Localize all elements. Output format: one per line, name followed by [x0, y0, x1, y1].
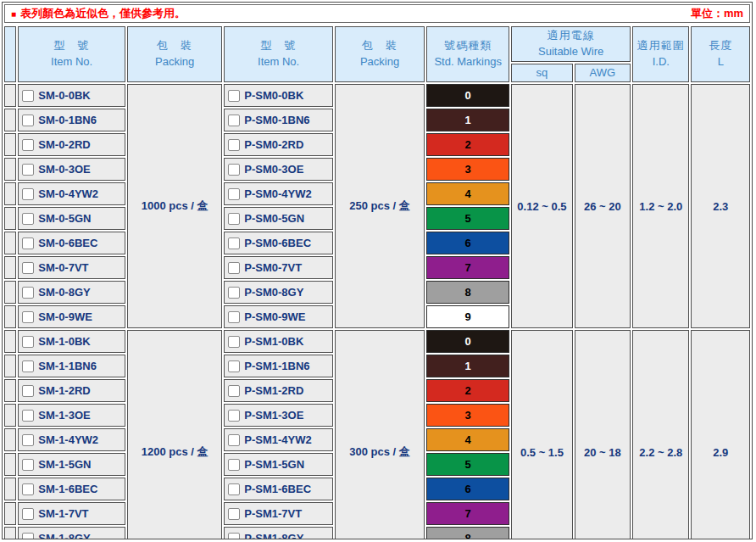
item-checkbox[interactable]	[228, 188, 240, 200]
item-row: P-SM1-6BEC	[225, 483, 332, 495]
item-checkbox[interactable]	[228, 311, 240, 323]
row-spacer-cell	[4, 84, 16, 107]
item-checkbox[interactable]	[22, 336, 34, 348]
header-item-no-2-zh: 型 號	[225, 38, 332, 54]
item-checkbox[interactable]	[22, 90, 34, 102]
item-cell: SM-1-0BK	[18, 330, 125, 353]
item-cell: P-SM1-8GY	[224, 527, 333, 539]
item-label: SM-0-6BEC	[38, 237, 97, 249]
item-checkbox[interactable]	[22, 213, 34, 225]
item-checkbox[interactable]	[228, 434, 240, 446]
item-cell: P-SM1-3OE	[224, 404, 333, 427]
item-label: SM-1-0BK	[38, 335, 90, 348]
header-packing-2: 包 裝 Packing	[335, 26, 425, 82]
item-checkbox[interactable]	[22, 262, 34, 274]
header-id: 適用範圍 I.D.	[632, 26, 689, 82]
header-packing-1-en: Packing	[128, 54, 221, 70]
item-row: SM-1-1BN6	[19, 360, 125, 372]
item-label: P-SM0-3OE	[244, 163, 303, 176]
red-square-icon: ■	[11, 9, 16, 19]
id-range-cell: 2.2 ~ 2.8	[632, 330, 689, 539]
item-checkbox[interactable]	[228, 90, 240, 102]
item-label: P-SM0-0BK	[244, 89, 303, 102]
item-checkbox[interactable]	[228, 139, 240, 151]
marking-swatch: 2	[426, 133, 509, 156]
item-checkbox[interactable]	[22, 410, 34, 422]
item-row: SM-1-2RD	[19, 384, 125, 397]
color-disclaimer-note: ■表列顏色為近似色，僅供參考用。	[11, 6, 186, 21]
header-item-no-1: 型 號 Item No.	[18, 26, 125, 82]
item-checkbox[interactable]	[22, 287, 34, 299]
item-cell: SM-0-3OE	[18, 158, 125, 181]
item-checkbox[interactable]	[22, 237, 34, 249]
item-checkbox[interactable]	[228, 164, 240, 176]
item-row: P-SM0-5GN	[225, 212, 332, 225]
item-checkbox[interactable]	[22, 508, 34, 520]
item-row: P-SM1-1BN6	[225, 360, 332, 372]
header-id-zh: 適用範圍	[633, 38, 688, 54]
item-checkbox[interactable]	[228, 287, 240, 299]
item-checkbox[interactable]	[228, 237, 240, 249]
item-checkbox[interactable]	[22, 434, 34, 446]
item-checkbox[interactable]	[22, 459, 34, 471]
item-row: P-SM0-1BN6	[225, 114, 332, 126]
header-packing-2-en: Packing	[336, 54, 424, 70]
marking-swatch: 3	[426, 404, 509, 427]
header-std-markings-en: Std. Markings	[427, 54, 509, 70]
item-row: SM-0-8GY	[19, 286, 125, 299]
item-row: SM-0-7VT	[19, 261, 125, 274]
item-label: P-SM1-0BK	[244, 335, 303, 348]
item-checkbox[interactable]	[228, 483, 240, 495]
item-checkbox[interactable]	[228, 213, 240, 225]
item-checkbox[interactable]	[22, 311, 34, 323]
item-checkbox[interactable]	[228, 115, 240, 126]
item-checkbox[interactable]	[228, 533, 240, 540]
item-label: P-SM1-5GN	[244, 458, 304, 471]
item-checkbox[interactable]	[228, 410, 240, 422]
item-label: P-SM0-4YW2	[244, 187, 311, 200]
item-cell: P-SM1-2RD	[224, 379, 333, 402]
item-checkbox[interactable]	[22, 139, 34, 151]
item-checkbox[interactable]	[228, 336, 240, 348]
header-item-no-1-zh: 型 號	[19, 38, 125, 54]
header-std-markings: 號碼種類 Std. Markings	[426, 26, 509, 82]
item-checkbox[interactable]	[228, 508, 240, 520]
marking-swatch: 1	[426, 109, 509, 131]
item-checkbox[interactable]	[22, 188, 34, 200]
item-checkbox[interactable]	[22, 360, 34, 372]
item-label: SM-1-1BN6	[38, 360, 97, 372]
item-checkbox[interactable]	[228, 459, 240, 471]
wire-awg-cell: 26 ~ 20	[575, 84, 631, 328]
marking-swatch: 5	[426, 207, 509, 230]
item-checkbox[interactable]	[22, 115, 34, 126]
item-checkbox[interactable]	[22, 483, 34, 495]
row-spacer-cell	[4, 305, 16, 328]
marking-swatch: 8	[426, 527, 509, 539]
item-row: P-SM0-4YW2	[225, 187, 332, 200]
item-checkbox[interactable]	[228, 262, 240, 274]
item-checkbox[interactable]	[228, 360, 240, 372]
item-row: P-SM0-7VT	[225, 261, 332, 274]
item-label: SM-0-4YW2	[38, 187, 98, 200]
page-container: ■表列顏色為近似色，僅供參考用。 單位：mm 型 號 Item No. 包 裝 …	[2, 2, 753, 539]
item-label: P-SM1-8GY	[244, 532, 303, 539]
item-row: P-SM0-3OE	[225, 163, 332, 176]
row-spacer-cell	[4, 428, 16, 451]
row-spacer-cell	[4, 379, 16, 402]
item-row: SM-0-2RD	[19, 138, 125, 151]
item-cell: P-SM1-1BN6	[224, 355, 333, 377]
item-cell: P-SM0-0BK	[224, 84, 333, 107]
item-row: P-SM1-4YW2	[225, 433, 332, 446]
row-spacer-cell	[4, 502, 16, 525]
item-checkbox[interactable]	[22, 533, 34, 540]
item-checkbox[interactable]	[22, 385, 34, 397]
item-cell: P-SM0-5GN	[224, 207, 333, 230]
packing-cell-sm: 1200 pcs / 盒	[127, 330, 222, 539]
item-label: P-SM0-5GN	[244, 212, 304, 225]
marking-swatch: 7	[426, 256, 509, 279]
item-cell: SM-0-5GN	[18, 207, 125, 230]
item-label: P-SM0-9WE	[244, 310, 305, 323]
item-checkbox[interactable]	[228, 385, 240, 397]
marking-swatch: 2	[426, 379, 509, 402]
item-checkbox[interactable]	[22, 164, 34, 176]
